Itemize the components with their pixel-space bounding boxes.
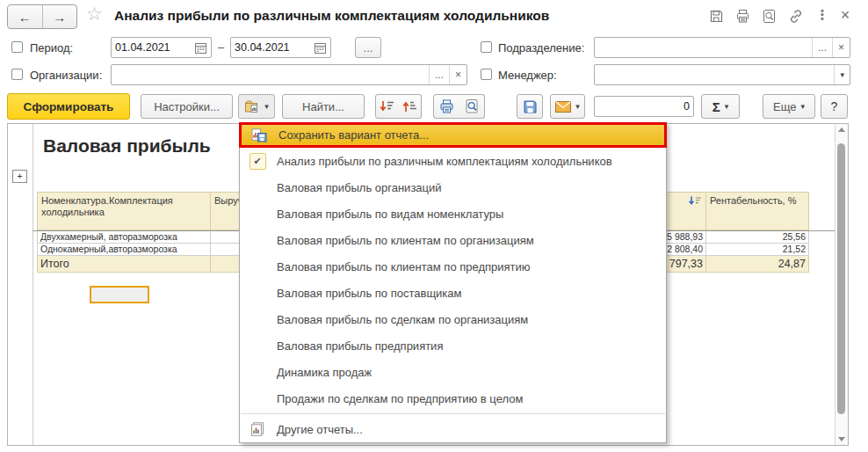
save-report-button[interactable] (517, 94, 543, 119)
menu-item-variant[interactable]: Валовая прибыль по клиентам по организац… (240, 227, 666, 253)
print-preview-icon (464, 98, 480, 114)
sum-button[interactable]: Σ ▾ (701, 94, 740, 119)
menu-item-variant[interactable]: Динамика продаж (240, 359, 666, 385)
table-cell-total-margin[interactable]: 24,87 (706, 256, 809, 273)
window-more-dots-icon[interactable]: ⋮ (814, 4, 831, 26)
send-mail-button[interactable]: ▾ (550, 94, 585, 119)
department-clear-button[interactable]: × (832, 38, 850, 57)
scroll-up-arrow[interactable] (838, 128, 845, 132)
menu-item-label: Валовая прибыль по поставщикам (277, 287, 462, 300)
column-header-margin[interactable]: Рентабельность, % (706, 192, 809, 230)
generate-button[interactable]: Сформировать (7, 93, 130, 120)
column-header-nomenclature[interactable]: Номенклатура.Комплектация холодильника (37, 192, 211, 230)
menu-item-label: Другие отчеты... (277, 423, 363, 436)
menu-item-label: Валовая прибыль по клиентам по предприят… (277, 260, 531, 273)
table-cell-name[interactable]: Однокамерный,авторазморозка (37, 244, 211, 256)
organizations-more-button[interactable]: ... (429, 65, 449, 84)
chevron-down-icon: ▾ (575, 103, 580, 111)
window-save-icon[interactable] (705, 5, 727, 26)
calendar-icon[interactable] (310, 38, 330, 57)
save-variant-icon (250, 128, 268, 142)
department-input[interactable] (595, 38, 812, 57)
window-close-icon[interactable]: × (835, 4, 855, 26)
menu-item-label: Валовая прибыль организаций (277, 181, 442, 194)
sort-ascending-button[interactable] (398, 94, 422, 119)
menu-item-save-variant[interactable]: Сохранить вариант отчета... (239, 122, 667, 148)
report-variant-menu: Сохранить вариант отчета... ✔ Анализ при… (239, 122, 667, 443)
menu-item-variant[interactable]: Валовая прибыль по сделкам по организаци… (240, 306, 666, 332)
table-cell-name[interactable]: Двухкамерный, авторазморозка (37, 231, 211, 244)
mail-icon (555, 101, 571, 113)
forward-arrow-icon: → (53, 10, 66, 25)
menu-item-variant[interactable]: Валовая прибыль по видам номенклатуры (240, 200, 666, 227)
manager-checkbox[interactable] (481, 69, 492, 80)
window-link-icon[interactable] (785, 5, 807, 26)
print-button[interactable] (433, 94, 459, 119)
menu-item-label: Продажи по сделкам по предприятию в цело… (277, 392, 523, 405)
sort-ascending-icon (401, 99, 418, 113)
nav-button-group: ← → (7, 4, 77, 29)
menu-item-variant-current[interactable]: ✔ Анализ прибыли по различным комплектац… (240, 148, 666, 174)
menu-item-other-reports[interactable]: Другие отчеты... (240, 416, 666, 442)
report-title: Валовая прибыль (43, 135, 211, 157)
organizations-checkbox[interactable] (11, 69, 23, 80)
counter-input[interactable] (595, 97, 693, 116)
sort-descending-button[interactable] (375, 94, 399, 119)
counter-field (594, 96, 694, 117)
forward-button[interactable]: → (43, 5, 77, 28)
back-button[interactable]: ← (8, 5, 43, 28)
page-title: Анализ прибыли по различным комплектация… (114, 8, 549, 24)
menu-item-label: Анализ прибыли по различным комплектация… (277, 155, 612, 168)
organizations-label: Организации: (30, 69, 102, 82)
menu-item-variant[interactable]: Продажи по сделкам по предприятию в цело… (240, 385, 666, 412)
menu-item-label: Валовая прибыль по клиентам по организац… (277, 234, 534, 247)
period-to-field (230, 37, 331, 58)
more-actions-label: Еще (773, 100, 796, 113)
department-more-button[interactable]: ... (812, 38, 832, 57)
chevron-down-icon: ▾ (725, 103, 729, 111)
department-checkbox[interactable] (481, 41, 492, 53)
report-variants-button[interactable]: ▾ (238, 94, 275, 119)
chevron-down-icon: ▾ (840, 71, 844, 79)
organizations-clear-button[interactable]: × (449, 65, 467, 84)
chevron-down-icon: ▾ (800, 103, 805, 111)
period-label: Период: (30, 41, 73, 55)
table-cell-margin[interactable]: 21,52 (706, 244, 809, 256)
window-print-icon[interactable] (732, 5, 753, 26)
period-to-input[interactable] (231, 38, 310, 57)
menu-item-variant[interactable]: Валовая прибыль предприятия (240, 332, 666, 359)
period-from-field (111, 37, 212, 58)
window-preview-icon[interactable] (758, 5, 779, 26)
menu-item-variant[interactable]: Валовая прибыль организаций (240, 174, 666, 200)
table-cell-total-label[interactable]: Итого (37, 256, 211, 273)
calendar-icon[interactable] (191, 38, 211, 57)
more-actions-button[interactable]: Еще ▾ (763, 94, 815, 119)
sort-indicator-icon (688, 196, 702, 207)
manager-input[interactable] (595, 65, 834, 84)
period-dash: – (218, 40, 224, 54)
period-from-input[interactable] (112, 38, 191, 57)
selected-cell[interactable] (90, 286, 149, 303)
organizations-input[interactable] (112, 65, 429, 84)
vertical-scrollbar[interactable] (835, 124, 848, 445)
manager-dropdown-button[interactable]: ▾ (834, 65, 850, 84)
sort-descending-icon (379, 99, 395, 113)
table-cell-margin[interactable]: 25,56 (706, 231, 809, 244)
sigma-icon: Σ (712, 99, 720, 114)
help-button[interactable]: ? (821, 94, 848, 119)
organizations-field: ... × (111, 64, 467, 85)
scroll-down-arrow[interactable] (838, 437, 845, 441)
department-label: Подразделение: (498, 41, 584, 55)
report-variant-folder-icon (244, 99, 260, 113)
menu-item-variant[interactable]: Валовая прибыль по поставщикам (240, 280, 666, 306)
period-checkbox[interactable] (11, 41, 23, 53)
period-more-button[interactable]: ... (355, 37, 381, 58)
expand-group-button[interactable]: + (12, 170, 27, 183)
scrollbar-thumb[interactable] (837, 143, 845, 414)
print-preview-button[interactable] (459, 94, 485, 119)
settings-button[interactable]: Настройки... (141, 94, 233, 119)
favorite-star-icon[interactable]: ☆ (86, 4, 103, 25)
menu-item-variant[interactable]: Валовая прибыль по клиентам по предприят… (240, 253, 666, 280)
find-button[interactable]: Найти... (282, 94, 365, 119)
menu-item-label: Валовая прибыль предприятия (277, 339, 443, 353)
